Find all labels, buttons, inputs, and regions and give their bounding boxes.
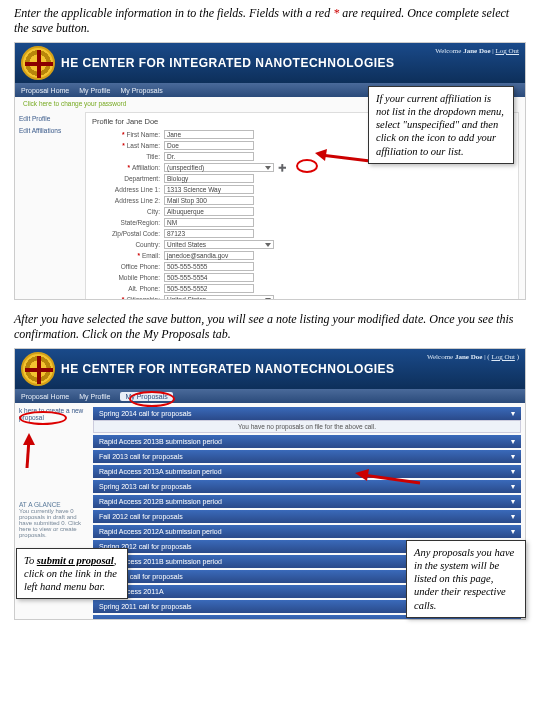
call-header[interactable]: Fall 2012 call for proposals▾ <box>93 510 521 523</box>
required-marker: * <box>122 296 125 300</box>
required-marker: * <box>127 164 130 171</box>
field-label: *Last Name: <box>92 142 164 149</box>
profile-sidebar: Edit Profile Edit Affiliations <box>15 110 85 300</box>
app-banner: HE CENTER FOR INTEGRATED NANOTECHNOLOGIE… <box>15 43 525 83</box>
text-field[interactable]: Jane <box>164 130 254 139</box>
chevron-down-icon: ▾ <box>511 437 515 446</box>
tab-my-proposals[interactable]: My Proposals <box>120 87 162 94</box>
screenshot-profile: HE CENTER FOR INTEGRATED NANOTECHNOLOGIE… <box>14 42 526 300</box>
form-row: *Affiliation:(unspecified)➕ <box>92 162 512 173</box>
text-field[interactable]: Albuquerque <box>164 207 254 216</box>
form-row: Zip/Postal Code:87123 <box>92 228 512 239</box>
chevron-down-icon: ▾ <box>511 497 515 506</box>
user-name: Jane Doe <box>463 47 490 55</box>
instr-text-1: Enter the applicable information in to t… <box>14 6 330 20</box>
app-banner-2: HE CENTER FOR INTEGRATED NANOTECHNOLOGIE… <box>15 349 525 389</box>
no-proposals-note: You have no proposals on file for the ab… <box>93 420 521 433</box>
instruction-top: Enter the applicable information in to t… <box>0 0 540 40</box>
required-marker: * <box>122 131 125 138</box>
form-row: Department:Biology <box>92 173 512 184</box>
call-title: Fall 2013 call for proposals <box>99 453 183 460</box>
text-field[interactable]: 505-555-5555 <box>164 262 254 271</box>
logout-link[interactable]: Log Out <box>495 47 519 55</box>
select-field[interactable]: (unspecified) <box>164 163 274 172</box>
nav-bar-2: Proposal Home My Profile My Proposals <box>15 389 525 403</box>
logout-link-2[interactable]: Log Out <box>491 353 515 361</box>
call-header[interactable]: Spring 2014 call for proposals▾ <box>93 407 521 420</box>
sidebar-edit-affiliations[interactable]: Edit Affiliations <box>19 126 81 135</box>
call-title: Rapid Access 2012A submission period <box>99 528 222 535</box>
app-title-2: HE CENTER FOR INTEGRATED NANOTECHNOLOGIE… <box>61 362 395 376</box>
add-affiliation-icon[interactable]: ➕ <box>278 164 287 172</box>
tab-proposal-home[interactable]: Proposal Home <box>21 87 69 94</box>
tab-my-proposals-2[interactable]: My Proposals <box>120 392 172 401</box>
call-header[interactable]: Rapid Access 2013B submission period▾ <box>93 435 521 448</box>
call-header[interactable]: Rapid Access 2012B submission period▾ <box>93 495 521 508</box>
call-header[interactable]: Rapid Access 2013A submission period▾ <box>93 465 521 478</box>
call-title: Rapid Access 2013A submission period <box>99 468 222 475</box>
text-field[interactable]: Dr. <box>164 152 254 161</box>
form-row: Mobile Phone:505-555-5554 <box>92 272 512 283</box>
text-field[interactable]: 505-555-5554 <box>164 273 254 282</box>
call-title: Fall 2012 call for proposals <box>99 513 183 520</box>
welcome-text-2: Welcome Jane Doe | ( Log Out ) <box>427 353 519 361</box>
select-field[interactable]: United States <box>164 295 274 300</box>
call-title: Spring 2013 call for proposals <box>99 483 192 490</box>
sidebar-edit-profile[interactable]: Edit Profile <box>19 114 81 123</box>
field-label: *Email: <box>92 252 164 259</box>
text-field[interactable]: Doe <box>164 141 254 150</box>
at-a-glance: AT A GLANCE You currently have 0 proposa… <box>19 501 89 538</box>
text-field[interactable]: janedoe@sandia.gov <box>164 251 254 260</box>
call-header[interactable]: Spring 2013 call for proposals▾ <box>93 480 521 493</box>
field-label: *First Name: <box>92 131 164 138</box>
text-field[interactable]: 87123 <box>164 229 254 238</box>
tab-proposal-home-2[interactable]: Proposal Home <box>21 393 69 400</box>
form-row: Country:United States <box>92 239 512 250</box>
field-label: Department: <box>92 175 164 182</box>
field-label: Address Line 1: <box>92 186 164 193</box>
call-header[interactable]: Rapid Access 2012A submission period▾ <box>93 525 521 538</box>
callout-proposals-listed: Any proposals you have in the system wil… <box>406 540 526 618</box>
form-row: *Email:janedoe@sandia.gov <box>92 250 512 261</box>
form-row: City:Albuquerque <box>92 206 512 217</box>
required-asterisk: * <box>333 6 339 20</box>
call-title: Fall 2010 call for proposals <box>99 618 183 620</box>
tab-my-profile[interactable]: My Profile <box>79 87 110 94</box>
form-row: Address Line 2:Mail Stop 300 <box>92 195 512 206</box>
form-row: *Citizenship:United States <box>92 294 512 300</box>
field-label: Mobile Phone: <box>92 274 164 281</box>
welcome-text: Welcome Jane Doe | Log Out <box>435 47 519 55</box>
call-title: Rapid Access 2012B submission period <box>99 498 222 505</box>
call-title: Spring 2011 call for proposals <box>99 603 192 610</box>
select-field[interactable]: United States <box>164 240 274 249</box>
field-label: Office Phone: <box>92 263 164 270</box>
field-label: Country: <box>92 241 164 248</box>
tab-my-profile-2[interactable]: My Profile <box>79 393 110 400</box>
chevron-down-icon: ▾ <box>511 467 515 476</box>
chevron-down-icon: ▾ <box>511 452 515 461</box>
callout-affiliation: If your current affiliation is not list … <box>368 86 514 164</box>
field-label: State/Region: <box>92 219 164 226</box>
call-title: Spring 2014 call for proposals <box>99 410 192 417</box>
form-row: Address Line 1:1313 Science Way <box>92 184 512 195</box>
text-field[interactable]: Mail Stop 300 <box>164 196 254 205</box>
cint-logo-icon <box>21 46 55 80</box>
form-row: Alt. Phone:505-555-5552 <box>92 283 512 294</box>
chevron-down-icon: ▾ <box>511 482 515 491</box>
field-label: *Citizenship: <box>92 296 164 300</box>
text-field[interactable]: NM <box>164 218 254 227</box>
app-title: HE CENTER FOR INTEGRATED NANOTECHNOLOGIE… <box>61 56 395 70</box>
text-field[interactable]: 1313 Science Way <box>164 185 254 194</box>
text-field[interactable]: 505-555-5552 <box>164 284 254 293</box>
form-row: State/Region:NM <box>92 217 512 228</box>
chevron-down-icon: ▾ <box>511 512 515 521</box>
field-label: Alt. Phone: <box>92 285 164 292</box>
chevron-down-icon: ▾ <box>511 527 515 536</box>
instruction-mid: After you have selected the save button,… <box>0 304 540 346</box>
text-field[interactable]: Biology <box>164 174 254 183</box>
required-marker: * <box>122 142 125 149</box>
create-proposal-link[interactable]: k here to create a new proposal <box>19 407 89 421</box>
call-header[interactable]: Fall 2013 call for proposals▾ <box>93 450 521 463</box>
call-title: Rapid Access 2013B submission period <box>99 438 222 445</box>
form-row: Office Phone:505-555-5555 <box>92 261 512 272</box>
